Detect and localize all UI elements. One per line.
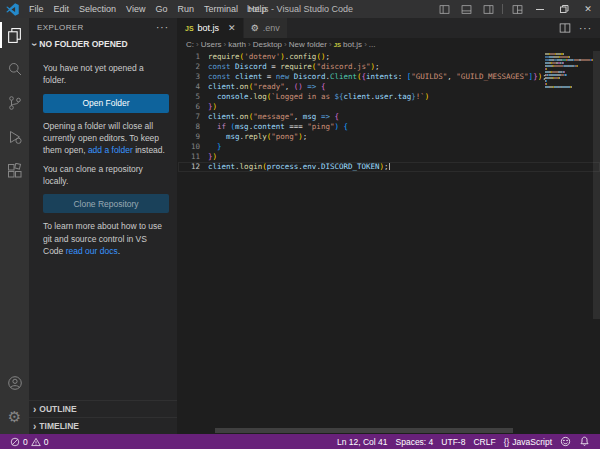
toggle-panel-icon[interactable] — [455, 0, 477, 18]
docs-text: To learn more about how to use git and s… — [43, 220, 169, 257]
breadcrumb: C:›Users›karth›Desktop›New folder›JSbot.… — [178, 38, 600, 51]
cursor-position-status[interactable]: Ln 12, Col 41 — [333, 434, 392, 449]
error-icon — [10, 437, 20, 447]
text-cursor — [389, 162, 390, 170]
vscode-logo-icon — [6, 3, 19, 16]
problems-status[interactable]: 0 0 — [6, 434, 52, 449]
breadcrumb-separator: › — [284, 40, 287, 49]
breadcrumb-item[interactable]: ... — [369, 40, 376, 49]
line-number: 12 — [178, 162, 208, 172]
timeline-section-header[interactable]: › TIMELINE — [29, 417, 177, 434]
clone-repository-button[interactable]: Clone Repository — [43, 194, 169, 213]
vertical-scrollbar[interactable] — [593, 51, 600, 319]
breadcrumb-separator: › — [364, 40, 367, 49]
account-icon[interactable] — [0, 366, 29, 400]
line-number: 4 — [178, 82, 208, 92]
customize-layout-icon[interactable] — [506, 0, 528, 18]
explorer-sidebar: EXPLORER ··· › NO FOLDER OPENED You have… — [29, 18, 178, 434]
code-line: 8 if (msg.content === "ping") { — [178, 122, 600, 132]
menu-edit[interactable]: Edit — [49, 4, 75, 14]
restore-button[interactable] — [552, 0, 576, 18]
horizontal-scrollbar[interactable] — [215, 428, 513, 433]
code-editor[interactable]: 1require('dotenv').config();2const Disco… — [178, 51, 600, 434]
menu-go[interactable]: Go — [150, 4, 172, 14]
line-number: 2 — [178, 62, 208, 72]
menu-bar: FileEditSelectionViewGoRunTerminalHelp — [24, 0, 271, 18]
menu-terminal[interactable]: Terminal — [199, 4, 243, 14]
run-debug-icon[interactable] — [0, 120, 29, 154]
code-line: 9 msg.reply("pong"); — [178, 132, 600, 142]
status-bar: 0 0 Ln 12, Col 41 Spaces: 4 UTF-8 CRLF {… — [0, 434, 600, 449]
chevron-right-icon: › — [33, 404, 36, 415]
breadcrumb-item[interactable]: Users — [201, 40, 222, 49]
search-icon[interactable] — [0, 52, 29, 86]
breadcrumb-item[interactable]: C: — [186, 40, 194, 49]
source-control-icon[interactable] — [0, 86, 29, 120]
minimize-button[interactable] — [528, 0, 552, 18]
code-line: 5 console.log(`Logged in as ${client.use… — [178, 92, 600, 102]
clone-text: You can clone a repository locally. — [43, 163, 169, 188]
braces-icon: {} — [504, 437, 510, 447]
breadcrumb-item[interactable]: New folder — [289, 40, 327, 49]
close-tab-icon[interactable]: ✕ — [228, 23, 236, 33]
breadcrumb-separator: › — [196, 40, 199, 49]
minimap[interactable] — [545, 53, 593, 89]
open-folder-hint: Opening a folder will close all currentl… — [43, 120, 169, 157]
chevron-right-icon: › — [33, 421, 36, 432]
code-line: 4client.on("ready", () => { — [178, 82, 600, 92]
line-number: 8 — [178, 122, 208, 132]
title-bar: FileEditSelectionViewGoRunTerminalHelp b… — [0, 0, 600, 18]
settings-gear-icon[interactable]: ⚙ — [0, 400, 29, 434]
breadcrumb-item[interactable]: karth — [228, 40, 246, 49]
code-line: 3const client = new Discord.Client({inte… — [178, 72, 600, 82]
tab-strip: JSbot.js✕⚙.env — [178, 18, 288, 38]
menu-run[interactable]: Run — [172, 4, 199, 14]
warning-icon — [31, 437, 41, 447]
notifications-bell-icon[interactable] — [575, 434, 594, 449]
line-number: 10 — [178, 142, 208, 152]
code-line: 10 } — [178, 142, 600, 152]
breadcrumb-separator: › — [248, 40, 251, 49]
titlebar-divider — [502, 4, 503, 14]
tab-bot-js[interactable]: JSbot.js✕ — [178, 18, 244, 38]
line-number: 9 — [178, 132, 208, 142]
line-number: 1 — [178, 52, 208, 62]
eol-status[interactable]: CRLF — [469, 434, 499, 449]
sidebar-more-actions[interactable]: ··· — [156, 22, 169, 33]
code-line: 2const Discord = require("discord.js"); — [178, 62, 600, 72]
breadcrumb-item[interactable]: JSbot.js — [334, 40, 362, 49]
no-folder-section-header[interactable]: › NO FOLDER OPENED — [29, 36, 177, 52]
language-mode-status[interactable]: {} JavaScript — [500, 434, 556, 449]
open-folder-button[interactable]: Open Folder — [43, 94, 169, 113]
breadcrumb-separator: › — [224, 40, 227, 49]
sidebar-title: EXPLORER — [37, 23, 84, 32]
line-number: 11 — [178, 152, 208, 162]
chevron-down-icon: › — [29, 42, 40, 45]
tab-bar: JSbot.js✕⚙.env ··· — [178, 18, 600, 38]
code-line: 6}) — [178, 102, 600, 112]
toggle-secondary-sidebar-icon[interactable] — [477, 0, 499, 18]
encoding-status[interactable]: UTF-8 — [437, 434, 469, 449]
indentation-status[interactable]: Spaces: 4 — [392, 434, 438, 449]
menu-help[interactable]: Help — [243, 4, 272, 14]
code-line: 7client.on("message", msg => { — [178, 112, 600, 122]
editor-more-actions[interactable]: ··· — [579, 23, 592, 34]
toggle-sidebar-icon[interactable] — [433, 0, 455, 18]
activity-bar: ⚙ — [0, 18, 29, 434]
feedback-smiley-icon[interactable] — [556, 434, 575, 449]
add-a-folder-link[interactable]: add a folder — [88, 145, 133, 155]
breadcrumb-item[interactable]: Desktop — [253, 40, 282, 49]
js-file-icon: JS — [185, 25, 194, 32]
extensions-icon[interactable] — [0, 154, 29, 188]
outline-section-header[interactable]: › OUTLINE — [29, 400, 177, 417]
js-file-icon: JS — [334, 42, 341, 48]
code-line: 12client.login(process.env.DISCORD_TOKEN… — [178, 162, 600, 172]
read-our-docs-link[interactable]: read our docs — [66, 246, 118, 256]
close-button[interactable]: ✕ — [576, 0, 600, 18]
menu-file[interactable]: File — [24, 4, 49, 14]
explorer-icon[interactable] — [0, 18, 29, 52]
menu-view[interactable]: View — [121, 4, 150, 14]
split-editor-icon[interactable] — [559, 22, 571, 34]
tab-env[interactable]: ⚙.env — [244, 18, 288, 38]
menu-selection[interactable]: Selection — [74, 4, 121, 14]
